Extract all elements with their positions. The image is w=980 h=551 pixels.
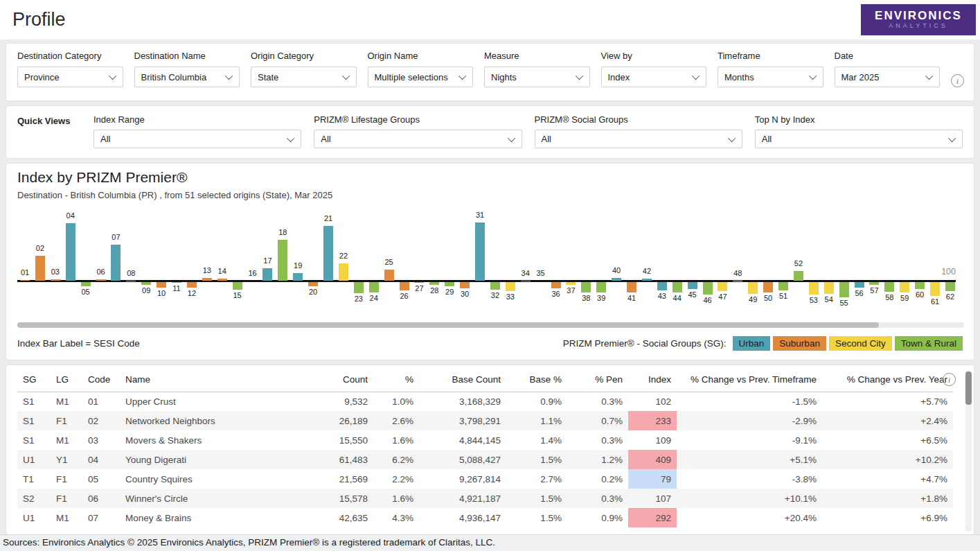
legend-chip-second-city[interactable]: Second City (829, 336, 892, 351)
table-row[interactable]: T1F105Country Squires21,5692.2%9,267,814… (17, 469, 953, 489)
index-bar-33[interactable] (506, 282, 515, 291)
index-bar-17[interactable] (262, 268, 272, 281)
destination-category-dropdown[interactable]: Province (17, 67, 123, 87)
index-bar-46[interactable] (703, 282, 713, 295)
view-by-dropdown[interactable]: Index (601, 67, 707, 87)
index-bar-29[interactable] (445, 282, 454, 286)
index-bar-54[interactable] (824, 282, 834, 294)
top-n-by-index-dropdown[interactable]: All (755, 130, 963, 148)
index-bar-10[interactable] (157, 282, 166, 288)
index-bar-12[interactable] (187, 282, 197, 288)
index-bar-53[interactable] (809, 282, 819, 295)
base_pct-cell: 1.4% (506, 430, 567, 450)
table-row[interactable]: U1Y104Young Digerati61,4836.2%5,088,4271… (17, 450, 953, 469)
code-cell: 07 (82, 508, 120, 527)
index-bar-30[interactable] (460, 282, 470, 288)
table-row[interactable]: U1M107Money & Brains42,6354.3%4,936,1471… (17, 508, 953, 527)
index-bar-11[interactable] (172, 282, 181, 283)
table-row[interactable]: S2F106Winner's Circle15,5781.6%4,921,187… (17, 489, 953, 508)
index-bar-27[interactable] (414, 282, 424, 283)
index-bar-14[interactable] (217, 279, 227, 281)
column-header-sg[interactable]: SG (17, 368, 51, 392)
index-bar-43[interactable] (657, 282, 667, 290)
index-bar-13[interactable] (202, 278, 212, 281)
index-bar-21[interactable] (323, 226, 333, 281)
index-bar-19[interactable] (293, 273, 303, 281)
index-bar-25[interactable] (384, 270, 394, 281)
index-bar-62[interactable] (945, 282, 955, 291)
index-bar-57[interactable] (869, 282, 879, 285)
table-info-icon[interactable]: i (943, 373, 956, 386)
table-row[interactable]: S1M103Movers & Shakers15,5501.6%4,844,14… (17, 430, 953, 450)
column-header-chg_tf[interactable]: % Change vs Prev. Timeframe (677, 368, 822, 392)
index-bar-50[interactable] (763, 282, 773, 292)
origin-category-dropdown[interactable]: State (251, 67, 357, 87)
bar-label-23: 23 (350, 295, 367, 303)
index-bar-40[interactable] (612, 278, 621, 281)
index-bar-22[interactable] (339, 263, 348, 281)
index-bar-44[interactable] (672, 282, 682, 292)
index-bar-05[interactable] (81, 282, 91, 286)
table-row[interactable]: S1F102Networked Neighbors26,1892.6%3,798… (17, 411, 953, 430)
index-bar-01[interactable] (20, 280, 30, 281)
index-bar-58[interactable] (884, 282, 894, 292)
index-bar-32[interactable] (490, 282, 500, 290)
origin-name-dropdown[interactable]: Multiple selections (368, 67, 474, 87)
index-bar-60[interactable] (915, 282, 925, 289)
index-bar-45[interactable] (688, 282, 697, 289)
index-bar-03[interactable] (51, 279, 60, 281)
index-bar-52[interactable] (794, 271, 803, 281)
table-scrollbar-thumb[interactable] (965, 371, 972, 405)
column-header-code[interactable]: Code (82, 368, 120, 392)
legend-chip-town-rural[interactable]: Town & Rural (895, 336, 963, 351)
index-bar-51[interactable] (778, 282, 788, 290)
index-bar-36[interactable] (551, 282, 561, 288)
column-header-chg_yr[interactable]: % Change vs Prev. Year (822, 368, 953, 392)
index-bar-59[interactable] (900, 282, 909, 292)
column-header-base_count[interactable]: Base Count (419, 368, 506, 392)
column-header-name[interactable]: Name (120, 368, 312, 392)
legend-chip-urban[interactable]: Urban (733, 336, 771, 351)
prizm-lifestage-groups-dropdown[interactable]: All (314, 130, 522, 148)
index-bar-56[interactable] (855, 282, 864, 288)
index-bar-39[interactable] (596, 282, 606, 292)
pct-cell: 2.2% (373, 469, 419, 489)
index-bar-55[interactable] (839, 282, 849, 297)
column-header-lg[interactable]: LG (51, 368, 82, 392)
prizm-social-groups-dropdown[interactable]: All (535, 130, 742, 148)
index-bar-26[interactable] (400, 282, 409, 290)
legend-chip-suburban[interactable]: Suburban (773, 336, 826, 351)
index-bar-02[interactable] (35, 256, 45, 281)
index-bar-20[interactable] (308, 282, 318, 286)
column-header-pct[interactable]: % (373, 368, 419, 392)
index-bar-31[interactable] (475, 222, 485, 281)
filters-info-icon[interactable]: i (951, 74, 964, 87)
index-bar-28[interactable] (429, 282, 439, 285)
index-bar-04[interactable] (66, 223, 75, 281)
measure-dropdown[interactable]: Nights (484, 67, 590, 87)
index-bar-07[interactable] (111, 245, 121, 281)
index-bar-38[interactable] (581, 282, 591, 292)
column-header-index[interactable]: Index (628, 368, 677, 392)
index-range-dropdown[interactable]: All (93, 130, 301, 148)
index-bar-42[interactable] (642, 279, 652, 281)
date-dropdown[interactable]: Mar 2025 (835, 67, 941, 87)
index-bar-09[interactable] (141, 282, 151, 285)
index-bar-15[interactable] (233, 282, 242, 290)
timeframe-dropdown[interactable]: Months (718, 67, 823, 87)
index-bar-23[interactable] (354, 282, 364, 293)
index-bar-49[interactable] (748, 282, 758, 294)
index-bar-47[interactable] (718, 282, 727, 291)
column-header-count[interactable]: Count (312, 368, 373, 392)
index-bar-37[interactable] (566, 282, 576, 285)
table-row[interactable]: S1M101Upper Crust9,5321.0%3,168,3290.9%0… (17, 392, 953, 411)
column-header-base_pct[interactable]: Base % (506, 368, 567, 392)
index-bar-18[interactable] (278, 240, 287, 281)
index-bar-06[interactable] (96, 279, 106, 281)
destination-name-dropdown[interactable]: British Columbia (134, 67, 240, 87)
index-bar-41[interactable] (627, 282, 636, 292)
index-bar-61[interactable] (930, 282, 940, 296)
column-header-pct_pen[interactable]: % Pen (567, 368, 628, 392)
chart-scrollbar-thumb[interactable] (17, 322, 879, 328)
index-bar-24[interactable] (369, 282, 379, 292)
